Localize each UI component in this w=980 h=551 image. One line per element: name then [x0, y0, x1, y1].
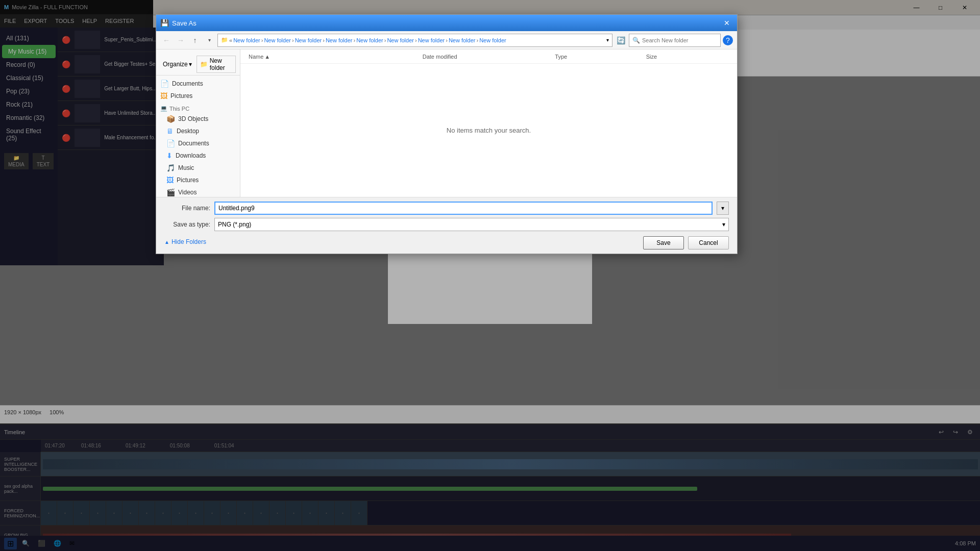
sidebar-pictures[interactable]: 🖼 Pictures: [156, 174, 240, 186]
dialog-main: Name ▲ Date modified Type Size No items …: [240, 49, 737, 197]
file-list-content: No items match your search.: [240, 64, 737, 197]
3dobjects-icon: 📦: [166, 115, 175, 123]
col-header-name[interactable]: Name ▲: [244, 54, 419, 60]
breadcrumb-3[interactable]: New folder: [295, 37, 322, 43]
dialog-titlebar: 💾 Save As ✕: [156, 15, 737, 31]
savetype-label: Save as type:: [164, 221, 210, 228]
hide-folders-btn[interactable]: ▲ Hide Folders: [164, 236, 206, 247]
dialog-title-text: Save As: [172, 19, 721, 27]
dialog-buttons: Save Cancel: [643, 236, 729, 249]
filename-label: File name:: [164, 205, 210, 212]
dialog-toolbar: ← → ↑ ▾ 📁 « New folder › New folder › Ne…: [156, 31, 737, 49]
refresh-btn[interactable]: 🔄: [615, 34, 627, 46]
3dobjects-label: 3D Objects: [178, 115, 208, 122]
hide-folders-arrow: ▲: [164, 239, 169, 245]
search-input[interactable]: [642, 37, 717, 43]
breadcrumb-dropdown[interactable]: ▾: [606, 37, 609, 43]
sidebar-desktop[interactable]: 🖥 Desktop: [156, 125, 240, 137]
save-btn[interactable]: Save: [643, 236, 684, 249]
documents-icon: 📄: [166, 139, 175, 147]
breadcrumb-7[interactable]: New folder: [418, 37, 445, 43]
filename-row: File name: ▾: [164, 202, 729, 215]
new-folder-icon: 📁: [200, 61, 208, 68]
file-list-header: Name ▲ Date modified Type Size: [240, 49, 737, 64]
organize-arrow: ▾: [189, 61, 192, 68]
col-header-size[interactable]: Size: [642, 54, 733, 60]
new-folder-btn[interactable]: 📁 New folder: [197, 56, 236, 73]
music-label: Music: [178, 164, 194, 171]
organize-btn[interactable]: Organize ▾: [160, 59, 194, 69]
pictures-label: Pictures: [177, 177, 199, 184]
dialog-actions: Organize ▾ 📁 New folder: [156, 54, 240, 76]
hide-folders-label: Hide Folders: [172, 238, 206, 245]
new-folder-label: New folder: [210, 57, 232, 71]
search-icon: 🔍: [632, 37, 640, 44]
col-header-date[interactable]: Date modified: [419, 54, 551, 60]
sidebar-music[interactable]: 🎵 Music: [156, 162, 240, 174]
videos-icon: 🎬: [166, 188, 175, 196]
pictures-pinned-label: Pictures: [170, 92, 192, 99]
nav-up-btn[interactable]: ↑: [189, 34, 201, 46]
sidebar-pictures-pinned[interactable]: 🖼 Pictures: [156, 90, 240, 102]
sidebar-videos[interactable]: 🎬 Videos: [156, 186, 240, 197]
col-header-type[interactable]: Type: [551, 54, 642, 60]
nav-recent-btn[interactable]: ▾: [203, 34, 215, 46]
col-date-label: Date modified: [423, 54, 457, 60]
desktop-label: Desktop: [177, 128, 199, 135]
documents-pinned-label: Documents: [172, 80, 203, 87]
save-dialog: 💾 Save As ✕ ← → ↑ ▾ 📁 « New folder › New…: [156, 14, 738, 254]
dialog-body: Organize ▾ 📁 New folder 📄 Documents 🖼 Pi…: [156, 49, 737, 197]
this-pc-section[interactable]: 💻 This PC: [156, 102, 240, 113]
breadcrumb-9[interactable]: New folder: [479, 37, 506, 43]
sidebar-3dobjects[interactable]: 📦 3D Objects: [156, 113, 240, 125]
dialog-footer: File name: ▾ Save as type: PNG (*.png) ▾…: [156, 197, 737, 254]
savetype-arrow: ▾: [722, 221, 725, 228]
filename-dropdown[interactable]: ▾: [717, 202, 729, 215]
breadcrumb-5[interactable]: New folder: [356, 37, 383, 43]
nav-forward-btn[interactable]: →: [175, 34, 187, 46]
savetype-value: PNG (*.png): [218, 221, 251, 228]
this-pc-label: This PC: [169, 106, 189, 112]
pictures-icon: 🖼: [166, 176, 174, 184]
breadcrumb-2[interactable]: New folder: [264, 37, 291, 43]
nav-back-btn[interactable]: ←: [160, 34, 173, 46]
this-pc-icon: 💻: [160, 105, 167, 112]
search-box[interactable]: 🔍: [629, 34, 721, 47]
documents-pinned-icon: 📄: [160, 80, 169, 88]
sidebar-downloads[interactable]: ⬇ Downloads: [156, 149, 240, 162]
dialog-sidebar: Organize ▾ 📁 New folder 📄 Documents 🖼 Pi…: [156, 49, 240, 197]
sidebar-documents-pinned[interactable]: 📄 Documents: [156, 78, 240, 90]
col-size-label: Size: [646, 54, 657, 60]
dialog-title-icon: 💾: [160, 19, 169, 27]
col-name-label: Name: [249, 54, 263, 60]
dialog-close-btn[interactable]: ✕: [721, 18, 733, 28]
sidebar-documents[interactable]: 📄 Documents: [156, 137, 240, 149]
downloads-icon: ⬇: [166, 152, 173, 160]
breadcrumb-4[interactable]: New folder: [326, 37, 353, 43]
organize-label: Organize: [163, 61, 188, 68]
breadcrumb-bar[interactable]: 📁 « New folder › New folder › New folder…: [217, 34, 612, 47]
documents-label: Documents: [178, 140, 209, 147]
pictures-pinned-icon: 🖼: [160, 92, 167, 100]
music-icon: 🎵: [166, 164, 175, 172]
desktop-icon: 🖥: [166, 127, 174, 135]
help-btn[interactable]: ?: [723, 35, 733, 45]
empty-message: No items match your search.: [447, 127, 531, 134]
savetype-row: Save as type: PNG (*.png) ▾: [164, 218, 729, 231]
videos-label: Videos: [178, 189, 197, 196]
col-type-label: Type: [555, 54, 567, 60]
breadcrumb-1[interactable]: New folder: [233, 37, 260, 43]
breadcrumb-icon: 📁: [221, 37, 228, 43]
filename-input[interactable]: [214, 202, 713, 215]
breadcrumb-8[interactable]: New folder: [449, 37, 476, 43]
col-name-sort: ▲: [264, 54, 270, 60]
footer-bottom: ▲ Hide Folders Save Cancel: [164, 234, 729, 249]
savetype-select[interactable]: PNG (*.png) ▾: [214, 218, 729, 231]
breadcrumb-6[interactable]: New folder: [387, 37, 414, 43]
cancel-btn[interactable]: Cancel: [688, 236, 729, 249]
downloads-label: Downloads: [176, 152, 206, 159]
